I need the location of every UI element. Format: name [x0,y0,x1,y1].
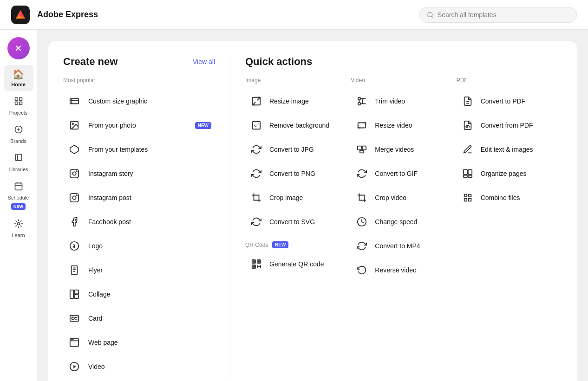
view-all-link[interactable]: View all [193,58,215,65]
create-item-from-photo[interactable]: From your photo NEW [63,113,215,137]
merge-videos-icon [354,142,369,157]
from-photo-icon [67,118,82,133]
create-item-instagram-post[interactable]: Instagram post [63,186,215,210]
create-item-instagram-story[interactable]: Instagram story [63,161,215,186]
qa-item-convert-svg[interactable]: Convert to SVG [245,210,351,234]
quick-actions-title: Quick actions [245,56,562,68]
qa-item-convert-png[interactable]: Convert to PNG [245,161,351,186]
svg-point-23 [76,171,77,172]
qa-item-resize-image[interactable]: Resize image [245,89,351,113]
qa-item-combine-files-label: Combine files [481,194,520,202]
svg-rect-53 [258,261,260,262]
qa-item-convert-jpg[interactable]: Convert to JPG [245,137,351,161]
svg-line-47 [253,102,255,105]
create-item-collage[interactable]: Collage [63,282,215,306]
qa-item-remove-bg[interactable]: Remove background [245,113,351,137]
sidebar-item-schedule[interactable]: Schedule NEW [4,178,33,213]
create-item-flyer[interactable]: Flyer [63,258,215,282]
reverse-video-icon [354,263,369,278]
most-popular-label: Most popular [63,77,215,84]
qa-item-convert-from-pdf[interactable]: Convert from PDF [457,113,562,137]
qa-item-convert-to-pdf[interactable]: Convert to PDF [457,89,562,113]
create-item-instagram-post-label: Instagram post [88,194,131,201]
svg-marker-44 [73,365,76,368]
svg-line-66 [359,150,360,151]
create-item-facebook-post[interactable]: Facebook post [63,210,215,234]
qa-item-convert-gif[interactable]: Convert to GIF [351,161,456,186]
qa-item-change-speed-label: Change speed [375,218,417,226]
card-icon [67,311,82,326]
qa-item-resize-video[interactable]: Resize video [351,113,456,137]
qa-item-merge-videos[interactable]: Merge videos [351,137,456,161]
app-logo [11,6,30,24]
crop-video-icon [354,190,369,205]
create-item-instagram-story-label: Instagram story [88,170,133,177]
trim-video-icon [354,94,369,109]
svg-rect-54 [253,266,255,267]
qa-item-organize-pages-label: Organize pages [481,169,527,178]
topbar: Adobe Express [0,0,588,30]
sidebar-item-brands[interactable]: Brands [4,121,33,148]
sidebar-close-button[interactable]: ✕ [7,37,30,59]
svg-rect-63 [358,146,361,150]
flyer-icon [67,263,82,278]
quick-actions-grid: Image Resize image Remove background [245,77,562,282]
qa-item-combine-files[interactable]: Combine files [457,186,562,210]
collage-icon [67,287,82,302]
create-item-video[interactable]: Video [63,355,215,379]
create-section-title: Create new [63,56,118,68]
sidebar-item-projects[interactable]: Projects [4,93,33,119]
qa-item-generate-qr[interactable]: Generate QR code [245,252,351,276]
create-item-webpage-label: Web page [88,339,118,346]
create-item-logo[interactable]: Logo [63,234,215,258]
custom-size-icon [67,94,82,109]
svg-rect-21 [70,169,78,178]
qa-item-crop-video[interactable]: Crop video [351,186,456,210]
svg-rect-33 [74,290,78,294]
sidebar-item-brands-label: Brands [10,138,26,144]
qa-item-trim-video[interactable]: Trim video [351,89,456,113]
search-input[interactable] [438,11,569,19]
qa-item-change-speed[interactable]: Change speed [351,210,456,234]
qa-item-edit-text-images[interactable]: Edit text & images [457,137,562,161]
search-bar[interactable] [419,7,577,23]
qa-item-convert-png-label: Convert to PNG [269,169,315,178]
convert-mp4-icon [354,239,369,253]
qa-item-organize-pages[interactable]: Organize pages [457,161,562,186]
organize-pages-icon [460,166,475,181]
close-icon: ✕ [14,43,22,54]
create-item-card[interactable]: Card [63,306,215,330]
sidebar-item-home[interactable]: 🏠 Home [4,65,33,91]
learn-icon [14,219,23,231]
svg-rect-72 [463,170,467,174]
qa-item-convert-mp4[interactable]: Convert to MP4 [351,234,456,258]
generate-qr-icon [249,257,264,271]
svg-rect-48 [253,122,261,129]
qa-item-resize-video-label: Resize video [375,121,412,129]
svg-rect-15 [70,99,78,104]
libraries-icon [14,153,23,165]
qa-item-reverse-video[interactable]: Reverse video [351,258,456,282]
create-item-webpage[interactable]: Web page [63,330,215,355]
from-templates-icon [67,142,82,157]
svg-point-22 [72,172,76,175]
qa-item-convert-to-pdf-label: Convert to PDF [481,97,525,105]
create-item-custom-size-label: Custom size graphic [88,97,147,105]
qa-item-convert-jpg-label: Convert to JPG [269,145,314,154]
qa-item-remove-bg-label: Remove background [269,121,329,129]
qa-item-convert-svg-label: Convert to SVG [269,218,315,226]
sidebar-item-libraries[interactable]: Libraries [4,149,33,176]
change-speed-icon [354,214,369,229]
svg-line-4 [431,16,433,17]
qa-item-crop-image[interactable]: Crop image [245,186,351,210]
create-item-custom-size[interactable]: Custom size graphic [63,89,215,113]
svg-rect-32 [70,290,73,298]
svg-marker-20 [70,145,78,154]
quick-actions-section: Quick actions Image Resize image [230,56,562,379]
create-item-from-templates[interactable]: From your templates [63,137,215,161]
create-item-facebook-post-label: Facebook post [88,218,131,226]
sidebar-item-libraries-label: Libraries [8,167,28,172]
sidebar-item-learn[interactable]: Learn [4,215,33,242]
instagram-story-icon [67,166,82,181]
create-item-logo-label: Logo [88,242,103,250]
